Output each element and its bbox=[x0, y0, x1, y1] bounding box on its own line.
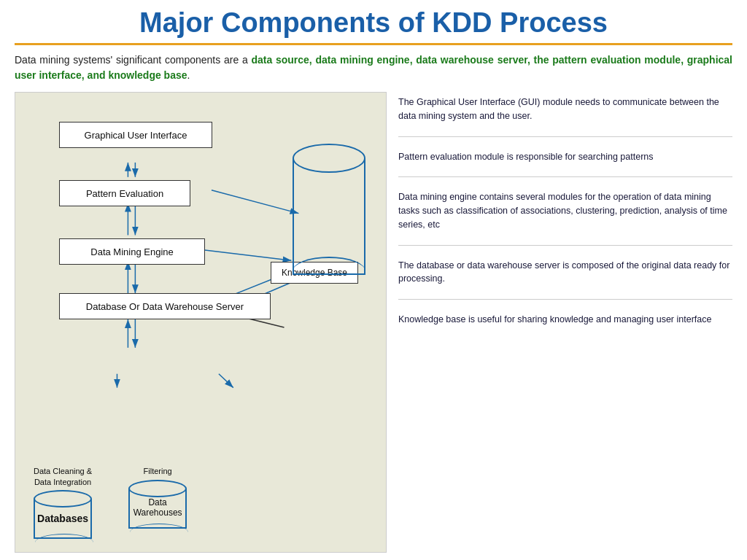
databases-text: Databases bbox=[35, 513, 90, 524]
datawarehouses-wrap: Filtering DataWarehouses bbox=[128, 466, 187, 541]
databases-cyl: Databases bbox=[34, 490, 92, 541]
pe-label: Pattern Evaluation bbox=[86, 188, 163, 199]
box-dme: Data Mining Engine bbox=[59, 238, 205, 265]
box-gui: Graphical User Interface bbox=[59, 122, 212, 148]
cylinder bbox=[293, 144, 365, 282]
box-db: Database Or Data Warehouse Server bbox=[59, 293, 271, 319]
intro-normal-start: Data mining systems' significant compone… bbox=[15, 54, 251, 66]
box-pe: Pattern Evaluation bbox=[59, 180, 190, 206]
desc-db-text: The database or data warehouse server is… bbox=[398, 260, 729, 284]
divider-4 bbox=[398, 299, 732, 300]
dme-label: Data Mining Engine bbox=[90, 246, 173, 257]
db-cyl-body-2: DataWarehouses bbox=[128, 489, 187, 529]
page-container: Major Components of KDD Process Data min… bbox=[0, 0, 747, 560]
desc-pe: Pattern evaluation module is responsible… bbox=[398, 150, 732, 164]
db-cyl-curve-2 bbox=[130, 524, 188, 541]
db-label: Database Or Data Warehouse Server bbox=[86, 301, 244, 312]
desc-gui-text: The Graphical User Interface (GUI) modul… bbox=[398, 97, 719, 121]
descriptions-panel: The Graphical User Interface (GUI) modul… bbox=[398, 92, 732, 553]
desc-pe-text: Pattern evaluation module is responsible… bbox=[398, 152, 654, 162]
intro-paragraph: Data mining systems' significant compone… bbox=[15, 52, 732, 83]
desc-db: The database or data warehouse server is… bbox=[398, 259, 732, 287]
bottom-cylinders: Data Cleaning &Data Integration Database… bbox=[34, 466, 187, 541]
db-cyl-body-1: Databases bbox=[34, 499, 92, 539]
desc-kb: Knowledge base is useful for sharing kno… bbox=[398, 313, 732, 327]
intro-normal-end: . bbox=[187, 69, 190, 81]
cyl-ellipse-bottom bbox=[293, 257, 365, 286]
desc-kb-text: Knowledge base is useful for sharing kno… bbox=[398, 314, 711, 324]
datawarehouses-text: DataWarehouses bbox=[130, 497, 185, 518]
databases-wrap: Data Cleaning &Data Integration Database… bbox=[34, 466, 92, 541]
diagram-container: Graphical User Interface Pattern Evaluat… bbox=[15, 92, 387, 553]
cleaning-label: Data Cleaning &Data Integration bbox=[34, 466, 92, 487]
db-cyl-curve-1 bbox=[35, 534, 93, 551]
divider-3 bbox=[398, 245, 732, 246]
datawarehouses-cyl: DataWarehouses bbox=[128, 480, 187, 531]
desc-dme-text: Data mining engine contains several modu… bbox=[398, 192, 727, 230]
divider-2 bbox=[398, 176, 732, 177]
desc-gui: The Graphical User Interface (GUI) modul… bbox=[398, 96, 732, 123]
svg-line-16 bbox=[219, 374, 233, 388]
page-title: Major Components of KDD Process bbox=[15, 7, 732, 39]
title-section: Major Components of KDD Process bbox=[15, 7, 732, 45]
desc-dme: Data mining engine contains several modu… bbox=[398, 190, 732, 231]
svg-line-13 bbox=[212, 190, 299, 214]
main-content: Graphical User Interface Pattern Evaluat… bbox=[15, 92, 732, 553]
divider-1 bbox=[398, 136, 732, 137]
gui-label: Graphical User Interface bbox=[85, 130, 187, 141]
diagram-inner: Graphical User Interface Pattern Evaluat… bbox=[23, 100, 379, 545]
filtering-label: Filtering bbox=[144, 466, 172, 476]
